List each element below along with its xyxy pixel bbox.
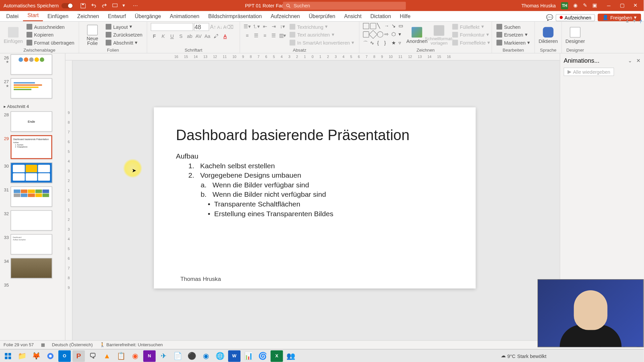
- language-indicator[interactable]: Deutsch (Österreich): [52, 342, 93, 347]
- minimize-button[interactable]: ─: [602, 0, 615, 11]
- justify-icon[interactable]: ☰: [270, 32, 277, 39]
- close-button[interactable]: ✕: [629, 0, 642, 11]
- line-spacing-icon[interactable]: ↕▾: [279, 23, 286, 30]
- close-pane-icon[interactable]: ✕: [636, 58, 640, 63]
- slide-thumb-34[interactable]: [11, 258, 52, 279]
- app-icon-f[interactable]: 🌐: [214, 350, 226, 362]
- designer-button[interactable]: Designer: [566, 23, 585, 48]
- indent-icon[interactable]: ⇥: [270, 23, 277, 30]
- search-box[interactable]: [283, 2, 406, 10]
- app-icon-b[interactable]: 📋: [115, 350, 127, 362]
- font-size-combo[interactable]: [194, 23, 209, 31]
- tab-ueberpruefen[interactable]: Überprüfen: [304, 12, 340, 21]
- slide-thumb-26[interactable]: [11, 54, 52, 75]
- layout-button[interactable]: Layout ▾: [105, 23, 144, 31]
- accessibility-check[interactable]: Barrierefreiheit: Untersuchen: [106, 342, 163, 347]
- onenote-icon[interactable]: N: [143, 350, 156, 362]
- record-button[interactable]: Aufzeichnen: [556, 14, 595, 21]
- strike-icon[interactable]: S: [177, 33, 184, 40]
- slide-body[interactable]: Aufbau 1. Kacheln selbst erstellen 2. Vo…: [176, 152, 454, 218]
- slide-thumb-29[interactable]: Dashboard basierende PräsentationAufbau1…: [11, 135, 52, 159]
- bold-icon[interactable]: F: [151, 33, 158, 40]
- collapse-pane-icon[interactable]: ⌄: [628, 58, 632, 63]
- align-right-icon[interactable]: ≡: [261, 32, 268, 39]
- move-up-icon[interactable]: ▲: [625, 18, 630, 24]
- telegram-icon[interactable]: ✈: [157, 350, 170, 362]
- replace-button[interactable]: Ersetzen ▾: [496, 31, 531, 38]
- align-text-button[interactable]: Text ausrichten ▾: [289, 31, 355, 38]
- columns-icon[interactable]: ▥▾: [279, 32, 286, 39]
- tab-entwurf[interactable]: Entwurf: [104, 12, 130, 21]
- slide-editor[interactable]: Dashboard basierende Präsentation Aufbau…: [154, 107, 476, 288]
- arrange-button[interactable]: Anordnen: [407, 23, 427, 48]
- slide-counter[interactable]: Folie 29 von 57: [4, 342, 34, 347]
- clear-format-icon[interactable]: A⌫: [223, 24, 233, 30]
- powerpoint-icon[interactable]: P: [72, 350, 85, 362]
- outline-button[interactable]: Formkontur ▾: [451, 31, 491, 38]
- tab-animationen[interactable]: Animationen: [165, 12, 204, 21]
- tab-dictation[interactable]: Dictation: [366, 12, 395, 21]
- dropdown-icon[interactable]: ▾: [122, 2, 128, 8]
- search-input[interactable]: [293, 3, 355, 8]
- tab-datei[interactable]: Datei: [2, 12, 23, 21]
- explorer-icon[interactable]: 📁: [16, 350, 28, 362]
- underline-icon[interactable]: U: [168, 33, 175, 40]
- decrease-font-icon[interactable]: A↓: [217, 24, 222, 29]
- maximize-button[interactable]: ▢: [615, 0, 629, 11]
- slide-thumb-30[interactable]: [11, 163, 52, 183]
- align-left-icon[interactable]: ≡: [244, 32, 251, 39]
- find-button[interactable]: Suchen: [496, 23, 531, 31]
- app-icon-d[interactable]: 📄: [171, 350, 184, 362]
- move-down-icon[interactable]: ▼: [632, 18, 637, 24]
- quick-styles-button[interactable]: Schnellformat- vorlagen: [429, 23, 449, 48]
- toggle-switch-icon[interactable]: [61, 3, 73, 8]
- app-icon-e[interactable]: ◉: [200, 350, 212, 362]
- tab-bildschirmpraesentation[interactable]: Bildschirmpräsentation: [204, 12, 266, 21]
- edge-icon[interactable]: 🌀: [256, 350, 269, 362]
- numbering-icon[interactable]: ⒈▾: [253, 23, 260, 30]
- undo-icon[interactable]: [91, 2, 97, 8]
- app-icon-g[interactable]: 📊: [242, 350, 255, 362]
- section-button[interactable]: Abschnitt ▾: [105, 39, 144, 46]
- slide-thumb-27[interactable]: [11, 78, 52, 99]
- dictate-button[interactable]: Diktieren: [538, 23, 558, 48]
- cut-button[interactable]: Ausschneiden: [25, 23, 75, 31]
- slide-thumb-31[interactable]: [11, 186, 52, 207]
- tab-hilfe[interactable]: Hilfe: [395, 12, 415, 21]
- select-button[interactable]: Markieren ▾: [496, 39, 531, 46]
- case-icon[interactable]: Aa: [204, 33, 211, 40]
- font-family-combo[interactable]: [151, 23, 194, 31]
- weather-widget[interactable]: ☁ 9°C Stark bewölkt: [501, 353, 546, 359]
- app-icon-a[interactable]: 🗨: [87, 350, 99, 362]
- fill-button[interactable]: Fülleffekt ▾: [451, 23, 491, 31]
- effects-button[interactable]: Formeffekte ▾: [451, 39, 491, 46]
- outdent-icon[interactable]: ⇤: [261, 23, 268, 30]
- excel-icon[interactable]: X: [271, 350, 283, 362]
- outlook-icon[interactable]: O: [58, 350, 71, 362]
- app-icon-c[interactable]: ◉: [129, 350, 142, 362]
- spacing-icon[interactable]: AV: [195, 33, 202, 40]
- format-painter-button[interactable]: Format übertragen: [25, 39, 75, 46]
- section-4-header[interactable]: ▸Abschnitt 4: [2, 102, 62, 111]
- slide-thumb-33[interactable]: DashboardAufbau komplett: [11, 234, 52, 255]
- canvas-inner[interactable]: Dashboard basierende Präsentation Aufbau…: [65, 61, 560, 340]
- tab-zeichnen[interactable]: Zeichnen: [73, 12, 103, 21]
- tab-ansicht[interactable]: Ansicht: [340, 12, 366, 21]
- tab-uebergaenge[interactable]: Übergänge: [130, 12, 166, 21]
- bullets-icon[interactable]: ☰▾: [244, 23, 251, 30]
- tab-einfuegen[interactable]: Einfügen: [43, 12, 73, 21]
- text-direction-button[interactable]: Textrichtung ▾: [289, 23, 355, 31]
- more-icon[interactable]: ⋯: [133, 2, 139, 8]
- align-center-icon[interactable]: ☰: [253, 32, 260, 39]
- slide-title[interactable]: Dashboard basierende Präsentation: [176, 127, 454, 143]
- present-icon[interactable]: [112, 2, 118, 8]
- italic-icon[interactable]: K: [160, 33, 167, 40]
- slide-thumb-32[interactable]: [11, 210, 52, 231]
- save-icon[interactable]: [80, 2, 86, 8]
- comments-icon[interactable]: 💬: [546, 14, 553, 21]
- obs-icon[interactable]: ⚫: [186, 350, 198, 362]
- paste-button[interactable]: Einfügen: [4, 23, 23, 48]
- slide-thumbnails-panel[interactable]: 26★ 27★ ▸Abschnitt 4 28Ende 29Dashboard …: [0, 53, 65, 340]
- new-slide-button[interactable]: Neue Folie: [83, 23, 102, 48]
- word-icon[interactable]: W: [228, 350, 240, 362]
